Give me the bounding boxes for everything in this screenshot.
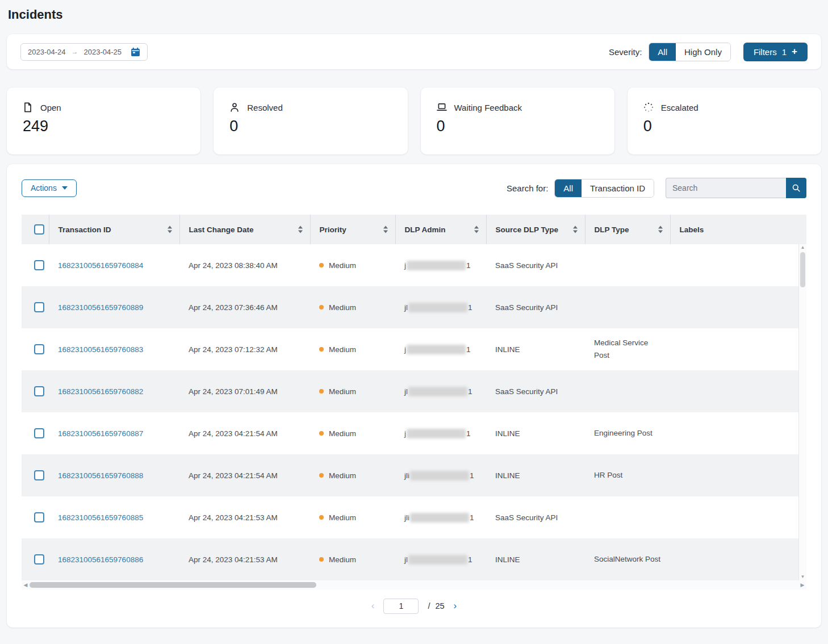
search-scope-all-button[interactable]: All xyxy=(555,179,582,197)
column-header-labels: Labels xyxy=(670,215,806,244)
page-number-input[interactable] xyxy=(383,599,419,614)
search-scope-transaction-id-button[interactable]: Transaction ID xyxy=(582,179,654,197)
row-checkbox[interactable] xyxy=(34,302,44,312)
last-change-date: Apr 24, 2023 07:12:32 AM xyxy=(189,345,278,354)
stat-label-waiting-feedback: Waiting Feedback xyxy=(454,103,522,112)
row-checkbox[interactable] xyxy=(34,512,44,522)
spinner-icon xyxy=(643,102,654,112)
priority-dot-medium xyxy=(319,347,324,352)
horizontal-scrollbar-thumb[interactable] xyxy=(30,582,316,588)
vertical-scrollbar-thumb[interactable] xyxy=(800,252,805,287)
priority-dot-medium xyxy=(319,473,324,478)
scroll-left-arrow-icon[interactable]: ◀ xyxy=(22,582,30,588)
calendar-icon[interactable] xyxy=(131,47,140,57)
incidents-table-body: 16823100561659760884 Apr 24, 2023 08:38:… xyxy=(22,244,806,580)
priority-label: Medium xyxy=(329,513,356,522)
dlp-admin: jl1 xyxy=(404,387,472,396)
dlp-admin-prefix: jl xyxy=(404,303,408,312)
transaction-id-link[interactable]: 16823100561659760884 xyxy=(58,261,143,270)
priority-dot-medium xyxy=(319,305,324,310)
sort-icon[interactable] xyxy=(298,226,303,233)
transaction-id-link[interactable]: 16823100561659760886 xyxy=(58,555,143,564)
previous-page-button[interactable]: ‹ xyxy=(371,600,375,612)
search-cluster: Search for: All Transaction ID xyxy=(507,178,806,198)
laptop-icon xyxy=(437,102,447,112)
last-change-date: Apr 24, 2023 04:21:54 AM xyxy=(189,471,278,480)
caret-down-icon xyxy=(62,186,68,190)
date-range-picker[interactable]: 2023-04-24 → 2023-04-25 xyxy=(20,43,148,61)
table-row: 16823100561659760885 Apr 24, 2023 04:21:… xyxy=(22,496,806,538)
column-header-transaction-id[interactable]: Transaction ID xyxy=(49,215,179,244)
redacted-admin-name xyxy=(408,387,467,396)
row-checkbox[interactable] xyxy=(34,470,44,480)
dlp-type: SocialNetwork Post xyxy=(594,553,660,566)
column-header-dlp-admin[interactable]: DLP Admin xyxy=(395,215,486,244)
priority-dot-medium xyxy=(319,263,324,267)
last-change-date: Apr 24, 2023 07:36:46 AM xyxy=(189,303,278,312)
actions-dropdown-button[interactable]: Actions xyxy=(22,179,77,197)
row-checkbox[interactable] xyxy=(34,260,44,270)
actions-label: Actions xyxy=(31,183,57,193)
last-change-date: Apr 24, 2023 04:21:53 AM xyxy=(189,555,278,564)
transaction-id-link[interactable]: 16823100561659760888 xyxy=(58,471,143,480)
source-dlp-type: INLINE xyxy=(495,345,520,354)
scroll-up-arrow-icon[interactable]: ▲ xyxy=(801,244,805,251)
source-dlp-type: SaaS Security API xyxy=(495,261,558,270)
transaction-id-link[interactable]: 16823100561659760883 xyxy=(58,345,143,354)
search-button[interactable] xyxy=(786,178,806,198)
priority-label: Medium xyxy=(329,429,356,438)
incidents-table: Transaction ID Last Change Date Priority xyxy=(22,215,806,589)
search-scope-toggle: All Transaction ID xyxy=(554,179,654,198)
scroll-down-arrow-icon[interactable]: ▼ xyxy=(801,574,805,580)
stat-value-escalated: 0 xyxy=(643,118,805,135)
stat-card-open: Open 249 xyxy=(7,87,200,154)
column-header-source-dlp-type[interactable]: Source DLP Type xyxy=(486,215,585,244)
stat-label-open: Open xyxy=(40,103,61,112)
incidents-page: Incidents 2023-04-24 → 2023-04-25 Severi… xyxy=(0,0,828,628)
table-row: 16823100561659760888 Apr 24, 2023 04:21:… xyxy=(22,454,806,496)
dlp-type: Engineering Post xyxy=(594,427,653,440)
sort-icon[interactable] xyxy=(658,226,663,233)
row-checkbox[interactable] xyxy=(34,428,44,438)
search-input[interactable] xyxy=(666,178,786,198)
page-separator: / xyxy=(428,601,430,610)
row-checkbox[interactable] xyxy=(34,386,44,396)
plus-icon: + xyxy=(792,48,797,56)
dlp-admin: jli1 xyxy=(404,471,474,480)
row-checkbox[interactable] xyxy=(34,554,44,564)
last-change-date: Apr 24, 2023 04:21:53 AM xyxy=(189,513,278,522)
table-row: 16823100561659760887 Apr 24, 2023 04:21:… xyxy=(22,412,806,454)
transaction-id-link[interactable]: 16823100561659760887 xyxy=(58,429,143,438)
page-title: Incidents xyxy=(7,0,821,22)
redacted-admin-name xyxy=(407,261,466,270)
table-row: 16823100561659760884 Apr 24, 2023 08:38:… xyxy=(22,244,806,286)
source-dlp-type: SaaS Security API xyxy=(495,303,558,312)
scroll-right-arrow-icon[interactable]: ▶ xyxy=(798,582,806,588)
transaction-id-link[interactable]: 16823100561659760889 xyxy=(58,303,143,312)
source-dlp-type: SaaS Security API xyxy=(495,513,558,522)
sort-icon[interactable] xyxy=(383,226,388,233)
severity-all-button[interactable]: All xyxy=(649,43,676,61)
transaction-id-link[interactable]: 16823100561659760885 xyxy=(58,513,143,522)
filters-button[interactable]: Filters 1 + xyxy=(743,43,808,61)
next-page-button[interactable]: › xyxy=(454,600,457,612)
sort-icon[interactable] xyxy=(573,226,578,233)
select-all-checkbox[interactable] xyxy=(34,224,44,235)
column-header-priority[interactable]: Priority xyxy=(310,215,395,244)
sort-icon[interactable] xyxy=(474,226,479,233)
table-row: 16823100561659760883 Apr 24, 2023 07:12:… xyxy=(22,328,806,370)
date-range-arrow: → xyxy=(72,48,78,56)
transaction-id-link[interactable]: 16823100561659760882 xyxy=(58,387,143,396)
filter-bar: 2023-04-24 → 2023-04-25 Severity: All Hi… xyxy=(7,34,821,69)
horizontal-scrollbar[interactable]: ◀ ▶ xyxy=(22,580,806,589)
source-dlp-type: INLINE xyxy=(495,555,520,564)
dlp-admin: j1 xyxy=(404,261,471,270)
priority-label: Medium xyxy=(329,261,356,270)
column-header-last-change-date[interactable]: Last Change Date xyxy=(179,215,310,244)
row-checkbox[interactable] xyxy=(34,344,44,354)
sort-icon[interactable] xyxy=(168,226,172,233)
column-header-dlp-type[interactable]: DLP Type xyxy=(585,215,670,244)
redacted-admin-name xyxy=(408,303,467,312)
vertical-scrollbar[interactable]: ▲ ▼ xyxy=(798,244,806,580)
severity-high-only-button[interactable]: High Only xyxy=(676,43,730,61)
